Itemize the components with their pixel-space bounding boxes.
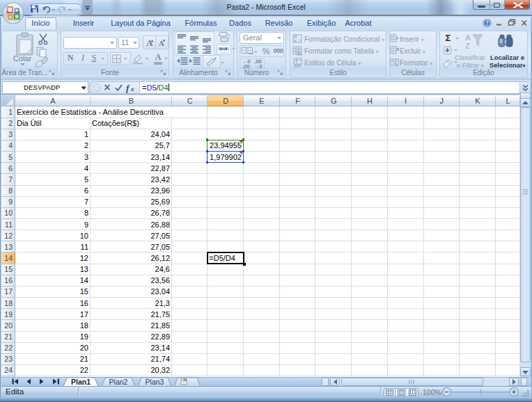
svg-text:?: ? [485, 19, 488, 26]
svg-text:Z: Z [465, 42, 470, 50]
svg-text:A: A [146, 38, 153, 48]
svg-text:f: f [126, 83, 130, 93]
svg-text:x: x [130, 86, 134, 93]
svg-text:Plan3: Plan3 [146, 378, 164, 386]
svg-text:Plan2: Plan2 [109, 378, 128, 386]
svg-text:A: A [465, 33, 471, 42]
svg-text:Plan1: Plan1 [71, 378, 91, 386]
